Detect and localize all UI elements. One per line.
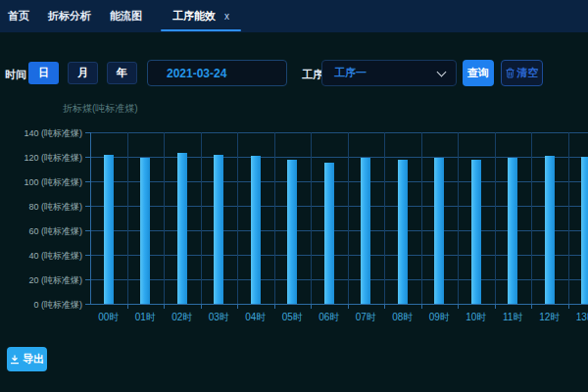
x-axis-label: 04时: [236, 311, 275, 324]
x-tick: [311, 305, 312, 309]
gridline-v: [274, 132, 275, 304]
bar-11时: [508, 158, 517, 304]
gridline-h: [90, 230, 588, 231]
export-button[interactable]: 导出: [7, 347, 47, 371]
x-tick: [237, 305, 238, 309]
x-axis-label: 02时: [163, 311, 202, 324]
bar-02时: [177, 153, 187, 304]
time-filter-label: 时间: [5, 68, 26, 82]
x-axis-label: 11时: [493, 311, 532, 324]
tab-list: 首页折标分析能流图工序能效x: [8, 0, 241, 32]
bar-01时: [140, 158, 150, 304]
app-window: 首页折标分析能流图工序能效x 时间 日月年 2021-03-24 工序 工序一 …: [0, 0, 588, 392]
gridline-h: [90, 157, 588, 158]
y-axis-label: 0 (吨标准煤): [0, 299, 82, 312]
x-axis-label: 06时: [310, 311, 349, 324]
y-axis-title: 折标煤(吨标准煤): [63, 102, 138, 116]
x-axis-label: 13时: [566, 311, 588, 324]
bar-06时: [324, 163, 334, 304]
clear-button-label: 清空: [517, 66, 539, 80]
clear-button[interactable]: 清空: [501, 60, 543, 86]
download-icon: [10, 355, 20, 365]
gridline-v: [201, 132, 202, 304]
trash-icon: [506, 68, 514, 78]
y-tick: [85, 181, 90, 182]
chevron-down-icon: [437, 67, 447, 76]
bar-09时: [434, 158, 444, 304]
export-button-label: 导出: [23, 352, 44, 367]
y-axis-label: 60 (吨标准煤): [0, 225, 82, 238]
x-tick: [348, 305, 349, 309]
x-tick: [384, 305, 385, 309]
process-select-value: 工序一: [334, 66, 367, 80]
bar-12时: [545, 156, 555, 304]
gridline-v: [421, 132, 422, 304]
process-filter-label: 工序: [302, 68, 323, 82]
granularity-button-1[interactable]: 月: [68, 62, 98, 84]
tab-2[interactable]: 能流图: [110, 0, 142, 32]
y-tick: [85, 206, 90, 207]
gridline-v: [237, 132, 238, 304]
x-axis-label: 10时: [457, 311, 496, 324]
x-tick: [421, 305, 422, 309]
x-axis-line: [90, 304, 588, 305]
gridline-v: [127, 132, 128, 304]
y-tick: [85, 157, 90, 158]
gridline-v: [311, 132, 312, 304]
y-tick: [85, 230, 90, 231]
y-tick: [85, 304, 90, 305]
bar-13时: [581, 157, 588, 304]
x-tick: [164, 305, 165, 309]
gridline-v: [458, 132, 459, 304]
y-axis-label: 40 (吨标准煤): [0, 250, 82, 263]
bar-10时: [471, 160, 481, 305]
x-axis-label: 00时: [89, 311, 128, 324]
y-axis-label: 80 (吨标准煤): [0, 201, 82, 214]
y-axis-line: [90, 132, 91, 305]
x-tick: [531, 305, 532, 309]
gridline-h: [90, 279, 588, 280]
x-tick: [274, 305, 275, 309]
tab-label: 折标分析: [48, 9, 91, 24]
y-tick: [85, 255, 90, 256]
process-select[interactable]: 工序一: [321, 60, 457, 86]
x-tick: [568, 305, 569, 309]
y-axis-label: 140 (吨标准煤): [0, 127, 82, 140]
date-input[interactable]: 2021-03-24: [147, 60, 287, 86]
tab-label: 工序能效: [172, 9, 216, 24]
x-axis-label: 07时: [346, 311, 385, 324]
close-icon[interactable]: x: [224, 11, 229, 22]
gridline-h: [90, 255, 588, 256]
bar-chart: 0 (吨标准煤)20 (吨标准煤)40 (吨标准煤)60 (吨标准煤)80 (吨…: [0, 0, 588, 392]
y-axis-label: 20 (吨标准煤): [0, 274, 82, 287]
bar-00时: [104, 155, 114, 305]
x-axis-label: 08时: [383, 311, 422, 324]
x-axis-label: 01时: [125, 311, 165, 324]
query-button[interactable]: 查询: [463, 60, 494, 86]
gridline-h: [90, 206, 588, 207]
tab-label: 首页: [8, 9, 29, 24]
tab-1[interactable]: 折标分析: [48, 0, 91, 32]
granularity-button-0[interactable]: 日: [28, 62, 59, 84]
tab-bar: 首页折标分析能流图工序能效x: [0, 0, 588, 32]
x-tick: [201, 305, 202, 309]
gridline-h: [90, 181, 588, 182]
tab-3[interactable]: 工序能效x: [161, 0, 241, 32]
y-axis-label: 120 (吨标准煤): [0, 152, 82, 165]
date-value: 2021-03-24: [167, 67, 226, 80]
gridline-v: [384, 132, 385, 304]
bar-08时: [398, 160, 408, 305]
bar-05时: [287, 160, 297, 305]
gridline-v: [348, 132, 349, 304]
granularity-switch: 日月年: [28, 62, 137, 84]
gridline-v: [495, 132, 496, 304]
granularity-button-2[interactable]: 年: [107, 62, 137, 84]
x-axis-label: 12时: [530, 311, 569, 324]
tab-0[interactable]: 首页: [8, 0, 29, 32]
x-tick: [458, 305, 459, 309]
gridline-v: [568, 132, 569, 304]
x-axis-label: 09时: [419, 311, 459, 324]
x-tick: [495, 305, 496, 309]
gridline-v: [164, 132, 165, 304]
bar-04时: [251, 156, 261, 304]
